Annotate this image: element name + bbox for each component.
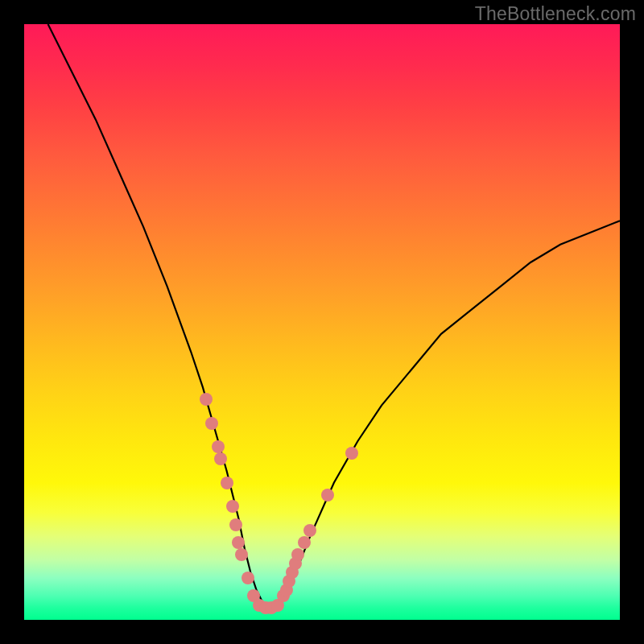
data-marker — [298, 536, 311, 549]
bottleneck-curve — [24, 24, 620, 620]
data-marker — [242, 572, 254, 584]
chart-frame: TheBottleneck.com — [0, 0, 644, 644]
data-marker — [221, 477, 233, 489]
data-marker — [212, 440, 225, 453]
data-marker — [345, 447, 358, 460]
watermark-text: TheBottleneck.com — [475, 3, 636, 25]
data-marker — [235, 548, 248, 561]
data-marker — [291, 548, 304, 561]
data-marker — [200, 393, 213, 406]
data-marker — [229, 518, 242, 531]
data-marker — [205, 417, 218, 430]
data-marker — [321, 489, 334, 502]
plot-area — [24, 24, 620, 620]
